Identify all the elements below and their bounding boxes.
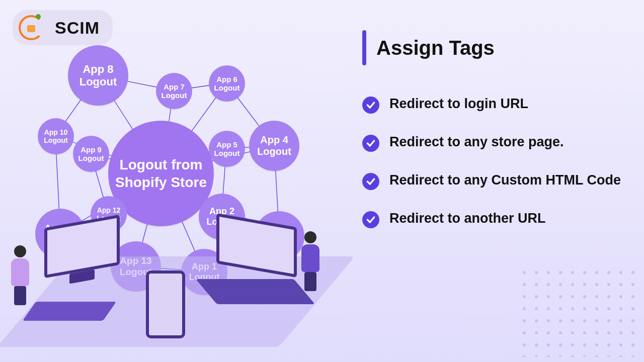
- diagram-node-app5: App 5 Logout: [209, 131, 245, 167]
- feature-text: Redirect to login URL: [389, 96, 528, 113]
- person-right-icon: [298, 231, 323, 292]
- heading: Assign Tags: [362, 30, 629, 65]
- feature-text: Redirect to another URL: [389, 210, 546, 227]
- diagram-node-app4: App 4 Logout: [249, 121, 299, 171]
- dot-grid-decoration: [518, 266, 639, 357]
- diagram-node-app7: App 7 Logout: [156, 73, 192, 109]
- feature-item: Redirect to any Custom HTML Code: [362, 172, 629, 190]
- heading-text: Assign Tags: [376, 37, 495, 59]
- laptop-base-icon: [196, 279, 315, 304]
- feature-item: Redirect to any store page.: [362, 134, 629, 152]
- right-column: Assign Tags Redirect to login URL Redire…: [362, 30, 629, 248]
- check-icon: [362, 173, 379, 190]
- feature-text: Redirect to any Custom HTML Code: [389, 172, 621, 189]
- check-icon: [362, 135, 379, 152]
- smartphone-icon: [146, 270, 185, 338]
- heading-accent-bar: [362, 30, 366, 65]
- feature-item: Redirect to login URL: [362, 96, 629, 114]
- keyboard-icon: [23, 302, 117, 321]
- check-icon: [362, 97, 379, 114]
- diagram-node-app10: App 10 Logout: [38, 118, 74, 154]
- check-icon: [362, 211, 379, 228]
- diagram-node-app9: App 9 Logout: [73, 136, 109, 172]
- logo-icon: [19, 15, 44, 40]
- feature-text: Redirect to any store page.: [389, 134, 564, 151]
- person-left-icon: [8, 245, 33, 306]
- logo-text: SCIM: [55, 18, 100, 38]
- diagram-node-app8: App 8 Logout: [68, 45, 128, 106]
- devices-scene: [0, 226, 352, 362]
- feature-item: Redirect to another URL: [362, 210, 629, 228]
- diagram-node-app6: App 6 Logout: [209, 65, 245, 102]
